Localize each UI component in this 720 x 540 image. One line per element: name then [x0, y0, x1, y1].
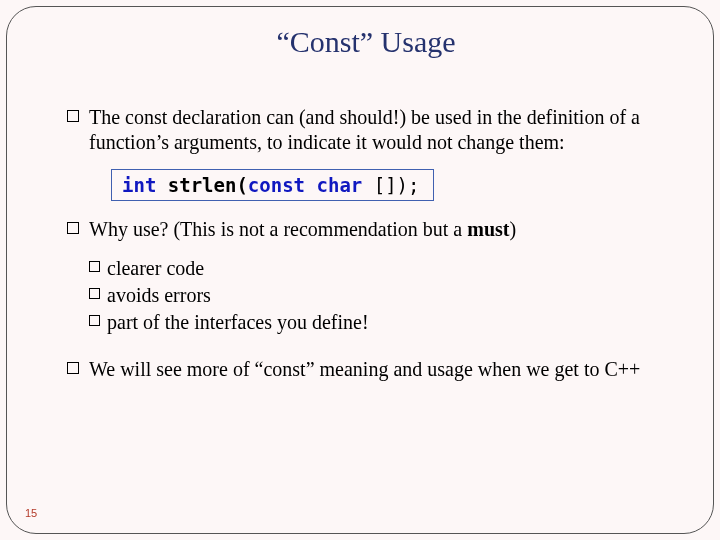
slide-frame: “Const” Usage The const declaration can … [6, 6, 714, 534]
slide-title: “Const” Usage [67, 25, 665, 59]
bullet-2-text-post: ) [509, 218, 516, 240]
bullet-2b: avoids errors [89, 283, 665, 308]
bullet-list: The const declaration can (and should!) … [67, 105, 665, 382]
code-space [305, 174, 316, 196]
bullet-2: Why use? (This is not a recommendation b… [67, 217, 665, 242]
bullet-2-text-pre: Why use? (This is not a recommendation b… [89, 218, 467, 240]
bullet-2c-text: part of the interfaces you define! [107, 311, 369, 333]
code-tail: []); [362, 174, 419, 196]
square-bullet-icon [89, 315, 100, 326]
bullet-2-bold: must [467, 218, 509, 240]
square-bullet-icon [67, 110, 79, 122]
bullet-2a-text: clearer code [107, 257, 204, 279]
bullet-3-text: We will see more of “const” meaning and … [89, 358, 640, 380]
bullet-2a: clearer code [89, 256, 665, 281]
code-kw-int: int [122, 174, 156, 196]
bullet-3: We will see more of “const” meaning and … [67, 357, 665, 382]
code-kw-const: const [248, 174, 305, 196]
bullet-1: The const declaration can (and should!) … [67, 105, 665, 155]
bullet-1-text: The const declaration can (and should!) … [89, 106, 640, 153]
square-bullet-icon [67, 362, 79, 374]
square-bullet-icon [89, 288, 100, 299]
bullet-2b-text: avoids errors [107, 284, 211, 306]
code-box: int strlen(const char []); [111, 169, 434, 201]
spacer [67, 337, 665, 357]
code-kw-char: char [317, 174, 363, 196]
square-bullet-icon [67, 222, 79, 234]
page-number: 15 [25, 507, 37, 519]
bullet-2c: part of the interfaces you define! [89, 310, 665, 335]
code-sample: int strlen(const char []); [111, 169, 665, 201]
code-fn: strlen( [156, 174, 248, 196]
square-bullet-icon [89, 261, 100, 272]
